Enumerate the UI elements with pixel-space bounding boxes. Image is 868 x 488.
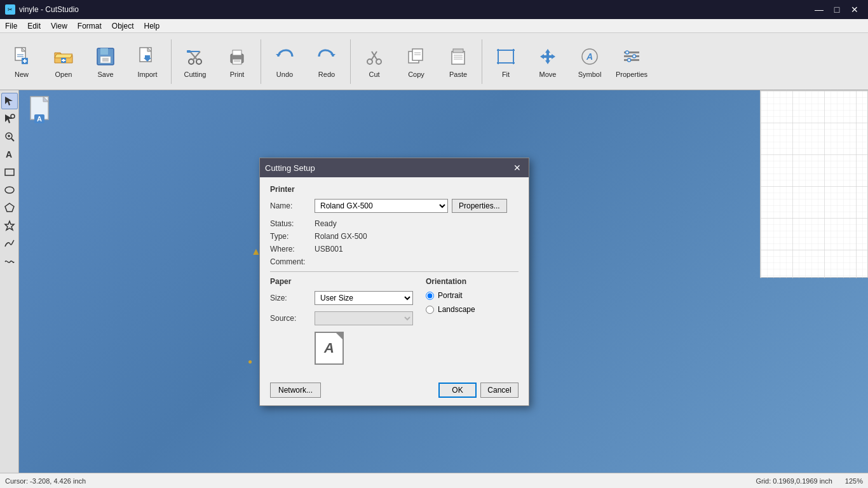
paper-size-select[interactable]: User Size	[315, 291, 413, 305]
paper-orientation-section: Paper Size: User Size Source:	[270, 277, 519, 367]
svg-rect-22	[233, 50, 241, 55]
landscape-option[interactable]: Landscape	[426, 305, 519, 314]
tool-polygon[interactable]	[1, 200, 18, 216]
paper-section: Paper Size: User Size Source:	[270, 277, 413, 367]
maximize-button[interactable]: □	[829, 3, 845, 17]
close-button[interactable]: ✕	[846, 3, 863, 17]
ok-button[interactable]: OK	[438, 383, 477, 398]
status-right: Grid: 0.1969,0.1969 inch 125%	[756, 477, 863, 485]
properties-icon	[620, 45, 643, 68]
tool-wave[interactable]	[1, 253, 18, 269]
paper-section-label: Paper	[270, 277, 413, 286]
svg-line-64	[11, 139, 14, 141]
toolbar-import-label: Import	[137, 71, 157, 78]
svg-rect-42	[498, 50, 513, 63]
paper-size-row: Size: User Size	[270, 291, 413, 305]
svg-rect-12	[102, 58, 109, 62]
printer-comment-row: Comment:	[270, 257, 519, 266]
printer-properties-button[interactable]: Properties...	[452, 199, 507, 213]
toolbar-print-label: Print	[230, 71, 245, 78]
landscape-radio[interactable]	[426, 306, 434, 314]
tool-zoom[interactable]	[1, 128, 18, 145]
paper-source-label: Source:	[270, 314, 315, 323]
toolbar-save[interactable]: Save	[85, 36, 126, 88]
portrait-option[interactable]: Portrait	[426, 291, 519, 300]
tool-select[interactable]	[1, 93, 18, 109]
toolbar-properties[interactable]: Properties	[611, 36, 652, 88]
toolbar-redo-label: Redo	[318, 71, 335, 78]
toolbar-open[interactable]: Open	[43, 36, 84, 88]
paste-icon	[447, 45, 470, 68]
printer-type-row: Type: Roland GX-500	[270, 232, 519, 241]
paper-source-select[interactable]	[315, 311, 413, 325]
tool-ellipse[interactable]	[1, 182, 18, 198]
printer-status-label: Status:	[270, 219, 315, 228]
copy-icon	[405, 45, 428, 68]
title-bar: ✂ vinyle - CutStudio — □ ✕	[0, 0, 868, 19]
toolbar-paste[interactable]: Paste	[438, 36, 478, 88]
toolbar-print[interactable]: Print	[217, 36, 257, 88]
menu-format[interactable]: Format	[72, 19, 107, 32]
undo-icon	[273, 45, 296, 68]
minimize-button[interactable]: —	[811, 3, 827, 17]
printer-section-label: Printer	[270, 185, 519, 194]
section-divider	[270, 271, 519, 272]
toolbar-copy[interactable]: Copy	[396, 36, 437, 88]
portrait-label: Portrait	[438, 291, 463, 300]
orientation-options: Portrait Landscape	[426, 291, 519, 314]
title-bar-left: ✂ vinyle - CutStudio	[5, 4, 79, 15]
tool-freehand[interactable]	[1, 235, 18, 252]
svg-text:A: A	[586, 51, 593, 62]
svg-marker-26	[276, 54, 281, 57]
cancel-button[interactable]: Cancel	[480, 383, 519, 398]
orientation-section: Orientation Portrait Landscape	[426, 277, 519, 367]
orientation-section-label: Orientation	[426, 277, 519, 286]
paper-size-label: Size:	[270, 294, 315, 302]
toolbar-new[interactable]: New	[1, 36, 42, 88]
tool-star[interactable]	[1, 217, 18, 234]
printer-where-value: USB001	[315, 245, 343, 254]
toolbar-undo[interactable]: Undo	[264, 36, 305, 88]
menu-edit[interactable]: Edit	[22, 19, 46, 32]
cutting-icon	[184, 45, 207, 68]
toolbar-move[interactable]: Move	[527, 36, 568, 88]
svg-rect-10	[100, 48, 108, 55]
dialog-body: Printer Name: Roland GX-500 Properties..…	[260, 177, 529, 377]
printer-status-value: Ready	[315, 219, 337, 228]
toolbar-sep-4	[482, 39, 482, 84]
symbol-icon: A	[578, 45, 601, 68]
canvas-file-icon[interactable]: A	[29, 95, 55, 125]
toolbar-sep-2	[261, 39, 261, 84]
menu-view[interactable]: View	[46, 19, 72, 32]
toolbar-cutting[interactable]: Cutting	[175, 36, 215, 88]
svg-marker-51	[540, 49, 555, 64]
toolbar-cut-label: Cut	[369, 71, 379, 78]
dialog-close-button[interactable]: ✕	[511, 161, 524, 174]
printer-name-select[interactable]: Roland GX-500	[315, 199, 448, 213]
toolbar-symbol-label: Symbol	[578, 71, 602, 78]
grid-info: Grid: 0.1969,0.1969 inch	[756, 477, 832, 485]
menu-file[interactable]: File	[0, 19, 22, 32]
menu-bar: File Edit View Format Object Help	[0, 19, 868, 33]
app-icon: ✂	[5, 4, 15, 15]
tool-node[interactable]	[1, 111, 18, 127]
network-button[interactable]: Network...	[270, 383, 321, 398]
toolbar-redo[interactable]: Redo	[306, 36, 347, 88]
toolbar-symbol[interactable]: A Symbol	[569, 36, 610, 88]
menu-help[interactable]: Help	[139, 19, 165, 32]
ok-cancel-row: OK Cancel	[438, 383, 519, 398]
cutting-setup-dialog: Cutting Setup ✕ Printer Name: Roland GX-…	[259, 158, 529, 406]
toolbar-fit[interactable]: Fit	[485, 36, 526, 88]
toolbar-cutting-label: Cutting	[184, 71, 207, 78]
tool-text[interactable]: A	[1, 146, 18, 163]
printer-where-row: Where: USB001	[270, 245, 519, 254]
svg-marker-27	[330, 54, 336, 57]
toolbar-move-label: Move	[539, 71, 557, 78]
toolbar-cut[interactable]: Cut	[354, 36, 395, 88]
portrait-radio[interactable]	[426, 292, 434, 300]
tool-rectangle[interactable]	[1, 164, 18, 180]
svg-point-62	[11, 114, 15, 118]
menu-object[interactable]: Object	[107, 19, 139, 32]
toolbar-import[interactable]: Import	[127, 36, 168, 88]
dialog-title: Cutting Setup	[265, 163, 315, 173]
